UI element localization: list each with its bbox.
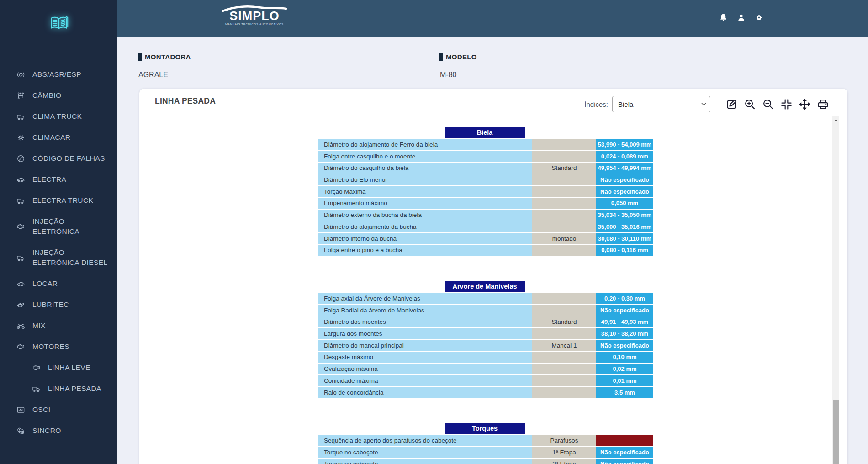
sidebar-item-electra-truck[interactable]: ELECTRA TRUCK (0, 190, 117, 211)
row-value: 0,024 - 0,089 mm (596, 151, 653, 162)
table-row: Folga axial da Árvore de Manivelas 0,20 … (318, 293, 653, 304)
sidebar-item-label: MIX (32, 321, 46, 331)
move-icon[interactable] (799, 98, 811, 111)
edit-icon[interactable] (725, 98, 738, 111)
sidebar-item-sincro[interactable]: SINCRO (0, 420, 117, 441)
motorcycle-icon (16, 322, 25, 330)
row-label: Torção Maxima (318, 186, 532, 197)
header-icons (719, 13, 764, 22)
sidebar-item-motores[interactable]: MOTORES (0, 336, 117, 357)
row-variant: 2ª Etapa (532, 459, 596, 464)
table-row: Diâmetro interno da bucha montado 30,080… (318, 233, 653, 244)
table-row: Torque no cabeçote 1ª Etapa Não especifi… (318, 447, 653, 458)
sidebar-item-injecao-eletronica[interactable]: INJEÇÃO ELETRÔNICA (0, 211, 117, 242)
row-value: 0,10 mm (596, 352, 653, 363)
row-variant (532, 151, 596, 162)
table-title: Torques (445, 423, 525, 434)
sidebar-item-locar[interactable]: LOCAR (0, 273, 117, 294)
top-header: SIMPLO MANUAIS TÉCNICOS AUTOMOTIVOS (117, 0, 868, 37)
zoom-in-icon[interactable] (744, 98, 756, 111)
sidebar-item-linha-pesada[interactable]: LINHA PESADA (16, 378, 117, 399)
table-row: Conicidade máxima 0,01 mm (318, 375, 653, 386)
zoom-out-icon[interactable] (762, 98, 774, 111)
oil-can-icon (16, 301, 25, 309)
indices-select[interactable]: Biela (612, 96, 710, 112)
table-title: Biela (445, 127, 525, 138)
table-row: Desgaste máximo 0,10 mm (318, 352, 653, 363)
compress-icon[interactable] (780, 98, 793, 111)
table-rows: Diâmetro do alojamento de Ferro da biela… (318, 139, 653, 256)
logo-tagline: MANUAIS TÉCNICOS AUTOMOTIVOS (220, 23, 289, 26)
sidebar-item-electra[interactable]: ELECTRA (0, 169, 117, 190)
abs-icon (16, 70, 25, 79)
scrollbar-thumb[interactable] (833, 400, 839, 464)
table-row: Diâmetro do mancal principal Mancal 1 Nã… (318, 340, 653, 351)
sidebar-item-label: LUBRITEC (32, 300, 69, 310)
table-row: Diâmetro do Elo menor Não especificado (318, 174, 653, 185)
sidebar-item-label: CLIMA TRUCK (32, 111, 82, 121)
row-label: Diâmetro interno da bucha (318, 233, 532, 244)
row-value: 35,034 - 35,050 mm (596, 210, 653, 221)
row-variant (532, 186, 596, 197)
row-value: 49,91 - 49,93 mm (596, 316, 653, 327)
truck-icon (16, 112, 25, 121)
bell-icon[interactable] (719, 13, 728, 22)
sidebar-item-label: ABS/ASR/ESP (32, 69, 81, 79)
row-variant (532, 305, 596, 316)
sidebar-item-lubritec[interactable]: LUBRITEC (0, 294, 117, 315)
row-label: Torque no cabeçote (318, 447, 532, 458)
row-value: 30,080 - 30,110 mm (596, 233, 653, 244)
sidebar-divider (9, 56, 111, 56)
oscilloscope-icon (16, 406, 25, 414)
row-variant: 1ª Etapa (532, 447, 596, 458)
row-value: Não especificado (596, 340, 653, 351)
truck-icon (16, 253, 25, 262)
sidebar-item-injecao-eletronica-diesel[interactable]: INJEÇÃO ELETRÔNICA DIESEL (0, 242, 117, 273)
row-value: 3,5 mm (596, 387, 653, 398)
sidebar-item-abs-asr-esp[interactable]: ABS/ASR/ESP (0, 64, 117, 85)
sidebar-item-label: CLIMACAR (32, 132, 70, 142)
row-value: 38,10 - 38,20 mm (596, 328, 653, 339)
sidebar-item-cambio[interactable]: CÂMBIO (0, 85, 117, 106)
table-row: Ovalização máxima 0,02 mm (318, 364, 653, 374)
row-value: Não especificado (596, 186, 653, 197)
sidebar-item-mix[interactable]: MIX (0, 315, 117, 336)
user-icon[interactable] (736, 13, 746, 22)
modelo-label: MODELO (439, 53, 477, 61)
row-variant: montado (532, 233, 596, 244)
row-variant (532, 245, 596, 256)
row-label: Diâmetro dos moentes (318, 316, 532, 327)
gear-icon[interactable] (754, 13, 764, 22)
montadora-label: MONTADORA (138, 53, 191, 61)
modelo-value: M-80 (440, 71, 456, 79)
sidebar-item-climacar[interactable]: CLIMACAR (0, 127, 117, 148)
logo-text: SIMPLO (220, 9, 289, 23)
scroll-up-arrow[interactable] (832, 116, 839, 124)
truck-icon (16, 196, 25, 205)
sidebar-item-clima-truck[interactable]: CLIMA TRUCK (0, 106, 117, 127)
vertical-scrollbar[interactable] (832, 116, 839, 464)
simplo-logo: SIMPLO MANUAIS TÉCNICOS AUTOMOTIVOS (220, 5, 289, 26)
sidebar-item-label: INJEÇÃO ELETRÔNICA DIESEL (32, 248, 113, 268)
gearshift-icon (16, 91, 25, 100)
row-value (596, 435, 653, 446)
row-label: Torque no cabeçote (318, 459, 532, 464)
table-row: Folga Radial da árvore de Manivelas Não … (318, 305, 653, 316)
engine-icon (32, 364, 41, 372)
row-variant (532, 198, 596, 209)
sidebar-item-label: ELECTRA TRUCK (32, 195, 93, 206)
sidebar-item-linha-leve[interactable]: LINHA LEVE (16, 357, 117, 378)
row-variant (532, 352, 596, 363)
table-arvore-de-manivelas: Arvore de Manivelas Folga axial da Árvor… (318, 281, 653, 399)
sidebar-item-osci[interactable]: OSCI (0, 399, 117, 420)
print-icon[interactable] (817, 98, 829, 111)
indices-select-wrap: Biela (612, 96, 710, 112)
row-label: Sequência de aperto dos parafusos do cab… (318, 435, 532, 446)
row-label: Folga entre o pino e a bucha (318, 245, 532, 256)
row-value: 0,20 - 0,30 mm (596, 293, 653, 304)
no-entry-icon (16, 154, 25, 163)
open-book-icon (45, 10, 73, 37)
row-label: Folga Radial da árvore de Manivelas (318, 305, 532, 316)
row-value: Não especificado (596, 305, 653, 316)
sidebar-item-codigo-de-falhas[interactable]: CÓDIGO DE FALHAS (0, 148, 117, 169)
